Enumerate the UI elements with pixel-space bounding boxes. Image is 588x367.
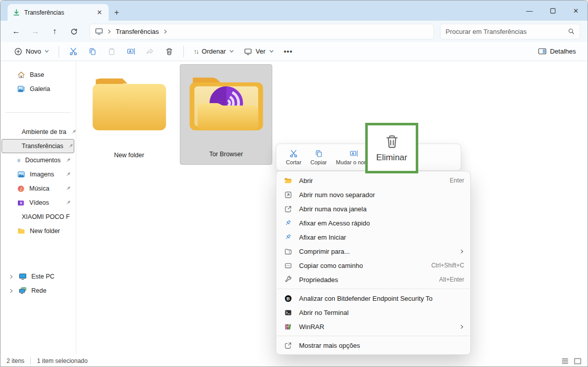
quick-cut-button[interactable]: Cortar [281,145,306,169]
scissors-icon [69,47,78,56]
sidebar-divider [6,112,71,113]
share-button[interactable] [141,44,159,59]
tab-close-icon[interactable]: ✕ [94,8,105,18]
new-tab-button[interactable]: + [109,4,125,21]
sidebar-item-musica[interactable]: ♪ Música [2,181,74,196]
quick-copy-button[interactable]: Copiar [306,145,331,169]
sidebar-item-rede[interactable]: Rede [2,284,74,298]
back-icon[interactable]: ← [8,23,25,39]
thumbnail-view-icon[interactable] [574,358,581,364]
copy-button[interactable] [83,44,102,59]
menu-divider [277,336,470,336]
menu-item-label: Afixar em Iniciar [299,234,346,241]
items-count: 2 itens [7,357,24,364]
pin-icon [65,157,71,163]
quick-copy-label: Copiar [311,159,327,165]
view-button-label: Ver [256,48,266,55]
sidebar-item-new-folder[interactable]: New folder [2,224,74,238]
pin-icon [283,219,292,226]
sidebar-item-label: Ambiente de tra [22,128,66,135]
delete-button[interactable] [160,44,178,59]
file-tile-new-folder[interactable]: New folder [83,65,175,165]
menu-item-afixar-acesso-rapido[interactable]: Afixar em Acesso rápido [276,216,470,230]
command-bar: Novo ↑↓ Ordenar Ver [1,42,587,61]
search-icon[interactable] [568,28,575,35]
menu-item-comprimir-para[interactable]: Comprimir para... [276,244,470,258]
more-options-button[interactable]: ••• [279,44,298,59]
chevron-right-icon [107,29,112,34]
svg-text:♪: ♪ [20,186,22,191]
details-pane-button[interactable]: Detalhes [533,44,580,59]
details-pane-label: Detalhes [550,48,576,55]
document-icon [17,157,21,164]
search-input[interactable] [446,28,568,35]
pin-icon [65,200,71,206]
file-tile-tor-browser[interactable]: Tor Browser [180,64,272,165]
navigation-pane: Base Galeria Ambiente de tra Transferênc… [1,61,76,354]
pin-icon [283,234,292,241]
sidebar-item-videos[interactable]: Vídeos [2,196,74,210]
sidebar-item-label: XIAOMI POCO F [22,213,70,220]
terminal-icon [283,309,292,316]
menu-item-mostrar-mais-opcoes[interactable]: Mostrar mais opções [276,338,470,352]
forward-icon[interactable]: → [27,23,44,39]
sidebar-item-base[interactable]: Base [2,68,74,82]
view-button[interactable]: Ver [239,44,278,59]
chevron-down-icon [269,49,274,54]
maximize-icon[interactable] [541,1,564,21]
menu-item-bitdefender[interactable]: B Analizar con Bitdefender Endpoint Secu… [276,291,470,305]
menu-item-afixar-iniciar[interactable]: Afixar em Iniciar [276,230,470,244]
sidebar-item-transferencias[interactable]: Transferências [2,139,74,153]
cut-button[interactable] [64,44,82,59]
menu-item-abrir-nova-janela[interactable]: Abrir numa nova janela [276,202,470,216]
up-icon[interactable]: ↑ [46,23,63,39]
zip-folder-icon [283,248,292,255]
new-button[interactable]: Novo [10,44,54,59]
menu-item-winrar[interactable]: WinRAR [276,319,470,334]
chevron-right-icon[interactable] [8,274,14,279]
menu-item-abrir-novo-separador[interactable]: Abrir num novo separador [276,188,470,202]
list-view-icon[interactable] [561,358,569,364]
menu-item-copiar-como-caminho[interactable]: Copiar como caminho Ctrl+Shift+C [276,258,470,272]
sidebar-item-ambiente-de-trabalho[interactable]: Ambiente de tra [2,125,74,139]
folder-closed-icon [91,73,168,133]
menu-item-label: Mostrar mais opções [299,342,360,349]
folder-open-tor-icon [188,73,265,133]
svg-text:B: B [286,296,290,301]
tab-transferencias[interactable]: Transferências ✕ [8,4,109,21]
toolbar-divider [183,46,184,57]
close-icon[interactable]: ✕ [564,1,587,21]
sort-icon: ↑↓ [193,48,198,55]
sidebar-item-este-pc[interactable]: Este PC [2,269,74,284]
menu-item-propriedades[interactable]: Propriedades Alt+Enter [276,272,470,287]
chevron-right-icon[interactable] [8,289,14,293]
sidebar-item-imagens[interactable]: Imagens [2,167,74,181]
paste-button[interactable] [103,44,121,59]
sidebar-item-label: Documentos [25,157,61,164]
menu-item-label: Propriedades [299,276,338,284]
refresh-icon[interactable] [65,23,82,39]
menu-item-label: Abrir no Terminal [299,309,349,316]
trash-icon [384,134,400,149]
breadcrumb-item[interactable]: Transferências [116,28,159,35]
plus-circle-icon [14,48,22,56]
menu-item-abrir-terminal[interactable]: Abrir no Terminal [276,305,470,319]
annotation-highlight-eliminar[interactable]: Eliminar [365,123,418,173]
address-bar[interactable]: Transferências [89,24,434,39]
sidebar-gap [1,238,76,269]
this-pc-icon [19,272,27,281]
copy-icon [88,48,96,56]
minimize-icon[interactable]: — [518,1,541,21]
rename-button[interactable] [122,44,140,59]
trash-icon [165,48,173,56]
sidebar-item-documentos[interactable]: Documentos [2,153,74,167]
menu-item-label: Abrir [299,177,313,185]
view-icon [244,48,252,56]
sort-button[interactable]: ↑↓ Ordenar [189,44,238,59]
sidebar-item-xiaomi-poco[interactable]: XIAOMI POCO F [2,210,74,224]
file-name: Tor Browser [209,151,243,158]
chevron-down-icon [44,49,49,54]
menu-item-abrir[interactable]: Abrir Enter [276,173,470,188]
annotation-label: Eliminar [376,153,407,163]
sidebar-item-galeria[interactable]: Galeria [2,82,74,96]
